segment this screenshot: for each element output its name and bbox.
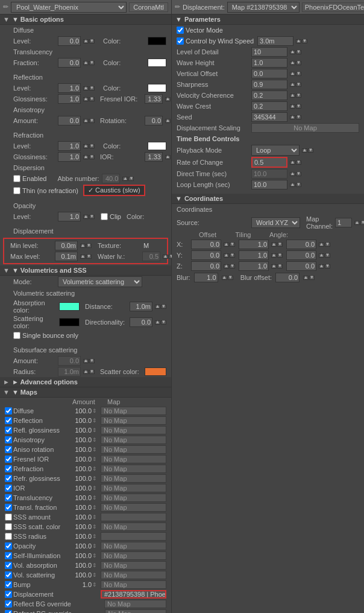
map-value-5[interactable]: No Map [101,455,166,463]
map-checkbox-3[interactable] [5,436,12,443]
map-value-14[interactable]: No Map [101,542,166,550]
sss-amount-input[interactable] [58,356,81,366]
translucency-fraction-up[interactable]: ▲ [83,61,89,65]
advanced-options-header[interactable]: ► ► Advanced options [0,377,171,387]
map-checkbox-8[interactable] [5,484,12,492]
map-checkbox-17[interactable] [5,571,12,579]
map-checkbox-9[interactable] [5,494,12,501]
map-value-3[interactable]: No Map [101,436,166,444]
map-checkbox-0[interactable] [5,407,12,414]
fresnel-ior-input[interactable] [145,94,163,104]
thin-checkbox[interactable] [13,187,20,194]
map-checkbox-16[interactable] [5,562,12,569]
map-checkbox-1[interactable] [5,417,12,424]
translucency-color-swatch[interactable] [148,59,166,67]
basic-options-header[interactable]: ▼ ▼ Basic options [0,14,171,25]
directionality-input[interactable] [130,317,152,327]
x-angle-input[interactable] [286,240,316,249]
map-value-7[interactable]: No Map [101,474,166,483]
scattering-swatch[interactable] [59,318,80,326]
diffuse-color-swatch[interactable] [148,37,166,45]
blur-input[interactable] [194,273,218,282]
map-checkbox-14[interactable] [5,542,12,550]
translucency-fraction-input[interactable] [58,58,81,68]
water-lv-input[interactable] [142,252,160,261]
map-checkbox-20[interactable] [5,600,12,608]
loop-length-input[interactable] [251,180,287,189]
map-checkbox-15[interactable] [5,552,12,559]
map-checkbox-5[interactable] [5,456,12,463]
map-value-4[interactable]: No Map [101,445,166,454]
x-tiling-input[interactable] [239,240,269,249]
wave-height-input[interactable] [251,58,287,68]
displacement-min-input[interactable] [55,241,78,250]
map-checkbox-12[interactable] [5,523,12,530]
volumetrics-header[interactable]: ▼ ▼ Volumetrics and SSS [0,265,171,276]
map-checkbox-19[interactable] [5,591,12,598]
absorption-swatch[interactable] [59,302,80,311]
map-value-20[interactable]: No Map [104,600,166,608]
lod-input[interactable] [251,47,287,57]
map-value-17[interactable]: No Map [101,571,166,579]
caustics-button[interactable]: ✓ Caustics (slow) [83,185,145,196]
vertical-offset-input[interactable] [251,69,287,78]
map-value-2[interactable]: No Map [101,426,166,434]
wind-speed-checkbox[interactable] [177,37,184,45]
map-value-6[interactable]: No Map [101,465,166,473]
rate-of-change-input[interactable] [251,157,287,168]
dispersion-enabled-checkbox[interactable] [13,175,20,182]
blur-offset-input[interactable] [275,273,300,282]
refl-color-swatch[interactable] [148,84,166,92]
x-offset-input[interactable] [191,240,221,249]
refr-ior-input[interactable] [145,152,163,162]
seed-input[interactable] [251,112,287,122]
distance-input[interactable] [130,302,152,311]
source-select[interactable]: World XYZ [251,217,300,228]
rotation-input[interactable] [145,116,163,125]
translucency-fraction-down[interactable]: ▼ [89,61,95,65]
clip-checkbox[interactable] [101,213,108,220]
velocity-coherence-input[interactable] [251,91,287,100]
refl-level-up[interactable]: ▲ [83,86,89,91]
map-value-9[interactable]: No Map [101,494,166,502]
scatter-color-swatch[interactable] [145,367,166,376]
refr-color-swatch[interactable] [148,142,166,150]
map-checkbox-7[interactable] [5,475,12,482]
map-value-11[interactable] [101,513,166,521]
sharpness-input[interactable] [251,80,287,89]
y-offset-input[interactable] [191,250,221,260]
refl-gloss-input[interactable] [58,94,81,104]
map-value-19[interactable]: #2138795398 | PhoenixFDOcean [101,590,166,599]
refl-level-input[interactable] [58,83,81,93]
y-angle-input[interactable] [286,250,316,260]
map-value-8[interactable]: No Map [101,484,166,492]
displacement-max-input[interactable] [55,252,78,261]
map-checkbox-4[interactable] [5,446,12,453]
direct-time-input[interactable] [251,169,287,179]
refl-level-down[interactable]: ▼ [89,86,95,91]
opacity-level-input[interactable] [58,212,81,221]
refr-level-input[interactable] [58,141,81,151]
map-value-21[interactable]: No Map [105,609,166,613]
map-checkbox-21[interactable] [5,610,12,613]
map-value-15[interactable]: No Map [101,551,166,560]
z-angle-input[interactable] [286,261,316,271]
parameters-section-header[interactable]: ▼ Parameters [172,14,364,25]
map-value-13[interactable] [101,532,166,541]
z-tiling-input[interactable] [239,261,269,271]
map-channel-input[interactable] [335,218,352,227]
wave-crest-input[interactable] [251,101,287,111]
map-value-12[interactable]: No Map [101,522,166,531]
map-value-1[interactable]: No Map [101,416,166,425]
maps-header[interactable]: ▼ ▼ Maps [0,387,171,398]
anisotropy-amount-input[interactable] [58,116,81,125]
playback-mode-select[interactable]: Loop [251,145,300,156]
map-checkbox-11[interactable] [5,513,12,521]
map-checkbox-18[interactable] [5,581,12,588]
map-checkbox-2[interactable] [5,427,12,434]
diffuse-level-up[interactable]: ▲ [83,39,89,43]
abbe-input[interactable] [102,174,120,183]
map-checkbox-6[interactable] [5,465,12,472]
vector-mode-checkbox[interactable] [177,27,184,34]
material-name-dropdown[interactable]: Pool_Water_Phoenix [11,2,127,13]
